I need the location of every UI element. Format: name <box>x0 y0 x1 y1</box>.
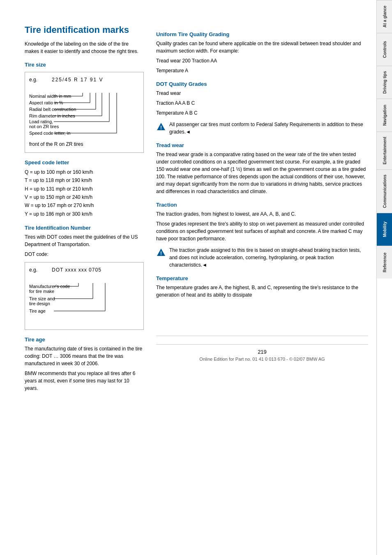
sidebar-tab-controls[interactable]: Controls <box>377 33 392 66</box>
speed-t: T = up to 118 mph or 190 km/h <box>25 176 144 184</box>
sidebar-tab-at-a-glance[interactable]: At a glance <box>377 0 392 33</box>
speed-code-list: Q = up to 100 mph or 160 km/h T = up to … <box>25 168 144 218</box>
svg-text:Speed code letter, in: Speed code letter, in <box>29 131 70 136</box>
svg-text:!: ! <box>160 125 162 131</box>
dot-eg-label: e.g. <box>29 266 52 275</box>
footer-divider <box>156 336 368 336</box>
tire-age-title: Tire age <box>25 336 144 343</box>
svg-text:for tire make: for tire make <box>29 289 54 294</box>
svg-text:Load rating,: Load rating, <box>29 119 53 124</box>
speed-h: H = up to 131 mph or 210 km/h <box>25 185 144 193</box>
tire-size-svg: Nominal width in mm Aspect ratio in % Ra… <box>29 89 144 138</box>
svg-text:Rim diameter in inches: Rim diameter in inches <box>29 113 75 118</box>
traction-warning-icon: ! <box>156 247 166 257</box>
dot-diagram-svg: Manufacturer's code for tire make Tire s… <box>29 279 136 320</box>
page-title: Tire identification marks <box>25 25 144 35</box>
speed-q: Q = up to 100 mph or 160 km/h <box>25 168 144 176</box>
svg-text:Aspect ratio in %: Aspect ratio in % <box>29 100 63 105</box>
tire-age-text1: The manufacturing date of tires is conta… <box>25 345 144 367</box>
traction-text1: The traction grades, from highest to low… <box>156 210 368 218</box>
tread-wear-title: Tread wear <box>156 142 368 148</box>
sidebar-tab-navigation[interactable]: Navigation <box>377 99 392 131</box>
temperature-text: The temperature grades are A, the highes… <box>156 284 368 299</box>
tire-size-title: Tire size <box>25 62 144 68</box>
dot-quality-line1: Tread wear <box>156 90 368 97</box>
warning-triangle-icon: ! <box>156 122 166 131</box>
speed-code-title: Speed code letter <box>25 159 144 166</box>
intro-text: Knowledge of the labeling on the side of… <box>25 40 144 55</box>
sidebar-tab-entertainment[interactable]: Entertainment <box>377 131 392 169</box>
speed-w: W = up to 167 mph or 270 km/h <box>25 201 144 210</box>
svg-text:not on ZR tires: not on ZR tires <box>29 124 59 129</box>
traction-warning-text: The traction grade assigned to this tire… <box>169 246 368 269</box>
traction-text2: Those grades represent the tire's abilit… <box>156 220 368 242</box>
sidebar-tab-mobility[interactable]: Mobility <box>377 213 392 246</box>
dot-diagram: e.g. DOT xxxx xxx 0705 Manufacturer's co… <box>25 262 144 330</box>
tire-id-intro: Tires with DOT codes meet the guidelines… <box>25 233 144 248</box>
svg-text:Manufacturer's code: Manufacturer's code <box>29 284 70 289</box>
dot-quality-line3: Temperature A B C <box>156 109 368 117</box>
dot-quality-line2: Traction AA A B C <box>156 99 368 107</box>
uniform-tire-text1: Quality grades can be found where applic… <box>156 40 368 55</box>
sidebar-tab-driving-tips[interactable]: Driving tips <box>377 66 392 99</box>
svg-text:Radial belt construction: Radial belt construction <box>29 107 76 112</box>
speed-v: V = up to 150 mph or 240 km/h <box>25 193 144 201</box>
right-column: Uniform Tire Quality Grading Quality gra… <box>156 25 368 539</box>
svg-text:tire design: tire design <box>29 301 50 306</box>
svg-text:Nominal width in mm: Nominal width in mm <box>29 94 71 99</box>
page-number: 219 <box>156 349 368 355</box>
uniform-tire-title: Uniform Tire Quality Grading <box>156 31 368 37</box>
svg-text:Tire age: Tire age <box>29 309 46 313</box>
dot-quality-warning-text: All passenger car tires must conform to … <box>169 121 368 136</box>
svg-text:Tire size and: Tire size and <box>29 296 55 301</box>
traction-warning: ! The traction grade assigned to this ti… <box>156 246 368 269</box>
left-column: Tire identification marks Knowledge of t… <box>25 25 144 539</box>
uniform-tire-example2: Temperature A <box>156 67 368 74</box>
dot-eg-value: DOT xxxx xxx 0705 <box>52 266 101 275</box>
uniform-tire-example1: Tread wear 200 Traction AA <box>156 57 368 64</box>
dot-quality-title: DOT Quality Grades <box>156 81 368 87</box>
tire-id-title: Tire Identification Number <box>25 225 144 231</box>
dot-label: DOT code: <box>25 251 144 258</box>
front-zr-label: front of the R on ZR tires <box>29 140 139 149</box>
sidebar-tab-reference[interactable]: Reference <box>377 246 392 279</box>
tire-size-diagram: e.g. 225/45 R 17 91 V Nominal width in m… <box>25 72 144 153</box>
dot-quality-warning: ! All passenger car tires must conform t… <box>156 121 368 136</box>
tire-size-value: 225/45 R 17 91 V <box>52 76 103 85</box>
eg-label: e.g. <box>29 76 52 85</box>
temperature-title: Temperature <box>156 275 368 281</box>
tire-age-text2: BMW recommends that you replace all tire… <box>25 370 144 392</box>
footer: 219 Online Edition for Part no. 01 41 0 … <box>156 344 368 366</box>
svg-text:!: ! <box>160 251 162 256</box>
traction-title: Traction <box>156 202 368 208</box>
sidebar: At a glance Controls Driving tips Naviga… <box>376 0 392 555</box>
sidebar-tab-communications[interactable]: Communications <box>377 169 392 213</box>
tread-wear-text: The tread wear grade is a comparative ra… <box>156 151 368 195</box>
copyright-text: Online Edition for Part no. 01 41 0 013 … <box>156 357 368 362</box>
speed-y: Y = up to 186 mph or 300 km/h <box>25 210 144 218</box>
